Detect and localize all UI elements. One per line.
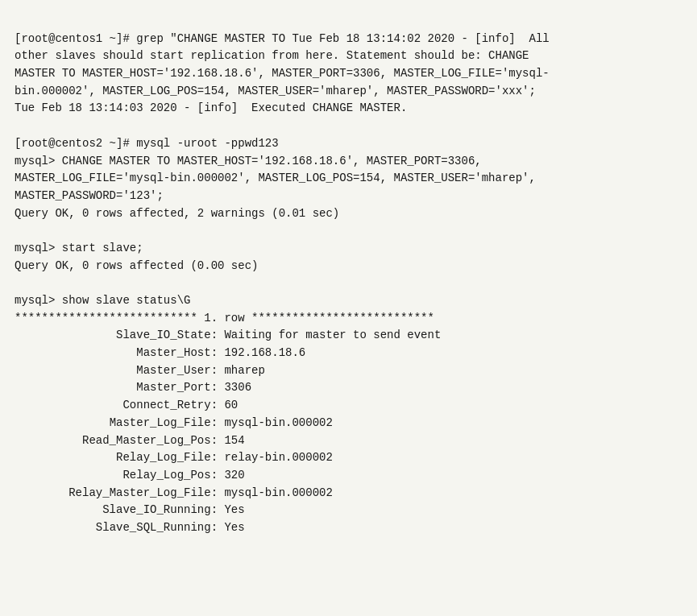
terminal-line: mysql> CHANGE MASTER TO MASTER_HOST='192… <box>15 153 682 171</box>
terminal-line: Relay_Log_Pos: 320 <box>15 467 682 485</box>
terminal-line: Master_Port: 3306 <box>15 379 682 397</box>
terminal-line: MASTER TO MASTER_HOST='192.168.18.6', MA… <box>15 65 682 83</box>
terminal-line: Slave_IO_Running: Yes <box>15 502 682 519</box>
terminal-line: Slave_SQL_Running: Yes <box>15 519 682 537</box>
terminal-line: Read_Master_Log_Pos: 154 <box>15 432 682 450</box>
terminal-empty-line <box>15 222 682 240</box>
terminal-line: Query OK, 0 rows affected, 2 warnings (0… <box>15 205 682 223</box>
terminal-line: Connect_Retry: 60 <box>15 397 682 415</box>
terminal-line: Master_Host: 192.168.18.6 <box>15 345 682 362</box>
terminal-line: Query OK, 0 rows affected (0.00 sec) <box>15 258 682 275</box>
terminal-line: bin.000002', MASTER_LOG_POS=154, MASTER_… <box>15 83 682 101</box>
terminal-empty-line <box>15 118 682 135</box>
terminal-line: [root@centos1 ~]# grep "CHANGE MASTER TO… <box>15 31 682 48</box>
terminal-empty-line <box>15 275 682 292</box>
terminal-line: Relay_Log_File: relay-bin.000002 <box>15 449 682 467</box>
terminal-line: Slave_IO_State: Waiting for master to se… <box>15 327 682 345</box>
terminal-line: Master_Log_File: mysql-bin.000002 <box>15 415 682 432</box>
terminal-line: other slaves should start replication fr… <box>15 48 682 65</box>
terminal-line: Master_User: mharep <box>15 362 682 380</box>
terminal-line: MASTER_PASSWORD='123'; <box>15 188 682 205</box>
terminal-line: MASTER_LOG_FILE='mysql-bin.000002', MAST… <box>15 170 682 188</box>
terminal-line: *************************** 1. row *****… <box>15 310 682 328</box>
terminal-line: mysql> start slave; <box>15 240 682 258</box>
terminal-line: Tue Feb 18 13:14:03 2020 - [info] Execut… <box>15 100 682 118</box>
terminal-line: Relay_Master_Log_File: mysql-bin.000002 <box>15 485 682 502</box>
terminal-line: mysql> show slave status\G <box>15 292 682 310</box>
terminal-output: [root@centos1 ~]# grep "CHANGE MASTER TO… <box>0 0 697 616</box>
terminal-line: [root@centos2 ~]# mysql -uroot -ppwd123 <box>15 135 682 153</box>
